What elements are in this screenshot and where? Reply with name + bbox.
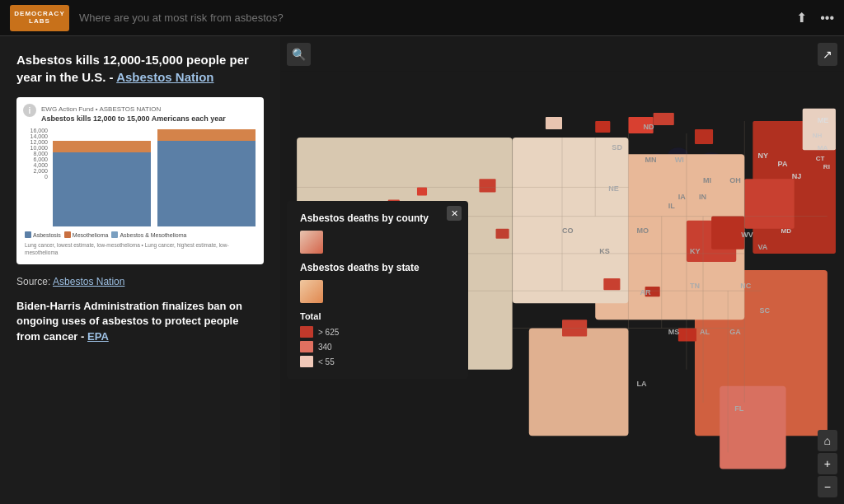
chart-legend: Asbestosis Mesothelioma Asbestos & Mesot…	[25, 231, 256, 238]
svg-text:SD: SD	[612, 143, 622, 152]
svg-rect-17	[654, 113, 674, 125]
legend-close-button[interactable]: ✕	[447, 206, 462, 221]
svg-text:VA: VA	[757, 243, 767, 251]
svg-text:KY: KY	[690, 247, 701, 255]
map-home-button[interactable]: ⌂	[818, 430, 837, 451]
share-icon[interactable]: ⬆	[796, 10, 807, 26]
svg-text:IN: IN	[699, 194, 706, 202]
chart-subtext: Lung cancer, lowest estimate, low-mesoth…	[25, 241, 256, 256]
source-line: Source: Asbestos Nation	[16, 276, 264, 287]
svg-text:AL: AL	[700, 328, 710, 336]
headline: Asbestos kills 12,000-15,000 people per …	[16, 51, 264, 86]
zoom-in-icon: +	[824, 457, 831, 470]
svg-text:CO: CO	[562, 226, 574, 235]
svg-text:MD: MD	[781, 227, 792, 235]
svg-rect-18	[546, 117, 562, 129]
legend-both: Asbestos & Mesothelioma	[111, 231, 186, 238]
svg-text:OH: OH	[729, 176, 741, 184]
svg-text:AR: AR	[640, 288, 652, 296]
more-icon[interactable]: •••	[820, 11, 834, 26]
map-bottom-controls: ⌂ + −	[818, 430, 837, 497]
scale-color-low	[300, 356, 313, 367]
legend-popup: ✕ Asbestos deaths by county Asbestos dea…	[287, 201, 468, 379]
zoom-out-icon: −	[824, 480, 831, 493]
bars-container	[53, 128, 256, 226]
legend-scale-low: < 55	[300, 356, 455, 367]
topbar: DEMOCRACY LABS ⬆ •••	[0, 0, 844, 36]
svg-text:FL: FL	[734, 404, 744, 413]
expand-icon: ↗	[823, 48, 832, 61]
svg-rect-15	[595, 121, 610, 133]
left-panel: Asbestos kills 12,000-15,000 people per …	[0, 36, 280, 504]
county-legend-title: Asbestos deaths by county	[300, 212, 455, 224]
bar2-blue	[157, 141, 256, 226]
svg-rect-21	[529, 328, 629, 436]
legend-mesothelioma: Mesothelioma	[64, 231, 109, 238]
svg-text:ND: ND	[644, 123, 655, 131]
svg-text:SC: SC	[759, 306, 770, 315]
headline-link[interactable]: Asbestos Nation	[116, 70, 213, 84]
legend-scale-mid: 340	[300, 341, 455, 352]
svg-rect-13	[479, 179, 495, 192]
article-epa-link[interactable]: EPA	[87, 330, 109, 343]
bar2-orange	[157, 129, 256, 141]
chart-header: EWG Action Fund • ASBESTOS NATION	[25, 105, 256, 113]
svg-text:NC: NC	[740, 282, 752, 290]
svg-text:RI: RI	[823, 163, 830, 170]
svg-text:WV: WV	[741, 231, 753, 239]
map-area: ND SD NE CO KS MN IA MO IL IN MI OH NY P…	[280, 36, 844, 504]
chart-title: Asbestos kills 12,000 to 15,000 American…	[25, 114, 256, 123]
topbar-icons: ⬆ •••	[796, 10, 834, 26]
map-expand-button[interactable]: ↗	[818, 43, 837, 66]
svg-rect-20	[711, 217, 744, 250]
svg-text:WI: WI	[675, 156, 684, 164]
search-icon: 🔍	[292, 48, 306, 61]
map-zoom-out-button[interactable]: −	[818, 476, 837, 497]
svg-text:NH: NH	[813, 132, 823, 139]
svg-text:MS: MS	[668, 328, 680, 336]
legend-dot-orange	[64, 231, 71, 238]
legend-dot-lightblue	[111, 231, 118, 238]
svg-rect-7	[744, 179, 794, 228]
svg-text:CT: CT	[816, 155, 825, 162]
main-content: Asbestos kills 12,000-15,000 people per …	[0, 36, 844, 504]
svg-text:GA: GA	[729, 328, 741, 336]
svg-rect-26	[603, 278, 620, 290]
bar1-orange	[53, 141, 151, 152]
svg-text:IL: IL	[668, 202, 676, 210]
svg-text:NY: NY	[757, 152, 768, 160]
map-search-button[interactable]: 🔍	[287, 43, 311, 66]
total-label: Total	[300, 311, 455, 321]
svg-text:IA: IA	[678, 194, 687, 202]
scale-color-mid	[300, 341, 313, 352]
svg-rect-16	[695, 129, 713, 144]
svg-text:NJ: NJ	[792, 172, 802, 180]
legend-scale: > 625 340 < 55	[300, 326, 455, 367]
info-icon[interactable]: i	[23, 104, 36, 117]
svg-text:MO: MO	[637, 226, 649, 235]
svg-text:ME: ME	[818, 116, 829, 124]
county-color-swatch	[300, 231, 323, 254]
svg-rect-25	[496, 229, 509, 239]
svg-rect-24	[417, 187, 427, 195]
svg-rect-9	[720, 386, 785, 469]
article-block: Biden-Harris Administration finalizes ba…	[16, 299, 264, 344]
legend-scale-high: > 625	[300, 326, 455, 338]
legend-dot-blue	[25, 231, 31, 238]
svg-rect-11	[513, 138, 629, 303]
search-input[interactable]	[79, 12, 786, 24]
svg-text:NE: NE	[608, 184, 619, 193]
legend-asbestosis: Asbestosis	[25, 231, 61, 238]
scale-color-high	[300, 326, 313, 338]
source-link[interactable]: Asbestos Nation	[53, 276, 124, 287]
svg-text:MA: MA	[818, 144, 828, 152]
svg-text:MN: MN	[645, 156, 657, 164]
state-color-swatch	[300, 280, 323, 303]
bar-group-2	[157, 128, 256, 226]
svg-rect-28	[678, 328, 696, 341]
logo[interactable]: DEMOCRACY LABS	[10, 5, 69, 31]
chart-yaxis: 0 2,000 4,000 6,000 8,000 10,000 12,000 …	[25, 128, 48, 180]
bar-group-1	[53, 128, 151, 226]
map-zoom-in-button[interactable]: +	[818, 453, 837, 474]
chart-card: i EWG Action Fund • ASBESTOS NATION Asbe…	[16, 97, 264, 264]
